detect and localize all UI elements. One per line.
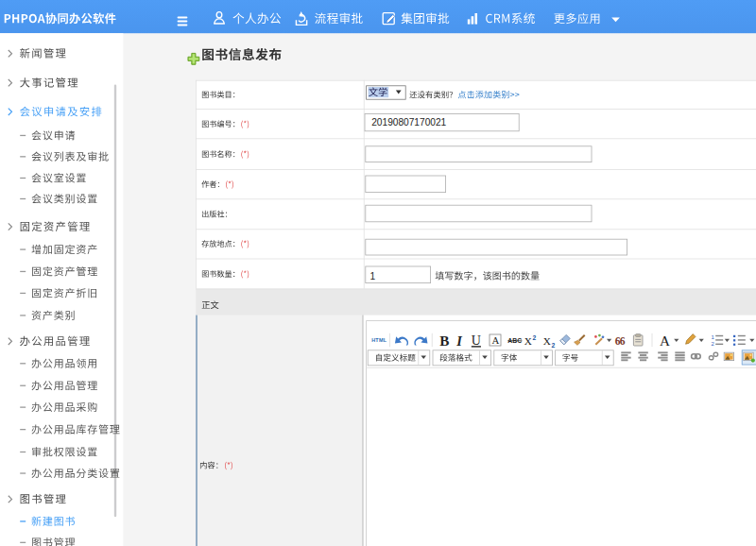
svg-text:A: A: [660, 333, 670, 349]
svg-text:1: 1: [370, 271, 376, 282]
svg-text:I: I: [455, 333, 462, 349]
svg-text:ABC: ABC: [507, 337, 522, 344]
svg-text:2: 2: [552, 342, 556, 349]
svg-text:A: A: [491, 334, 499, 346]
svg-text:B: B: [439, 333, 449, 349]
svg-text:1: 1: [711, 334, 714, 340]
svg-text:20190807170021: 20190807170021: [371, 117, 446, 128]
svg-text:X: X: [543, 335, 551, 347]
svg-text:2: 2: [533, 334, 537, 341]
svg-text:U: U: [472, 333, 481, 348]
svg-text:66: 66: [615, 335, 626, 348]
svg-text:2: 2: [711, 341, 714, 347]
svg-text:HTML: HTML: [371, 337, 387, 343]
svg-text:X: X: [524, 335, 532, 347]
